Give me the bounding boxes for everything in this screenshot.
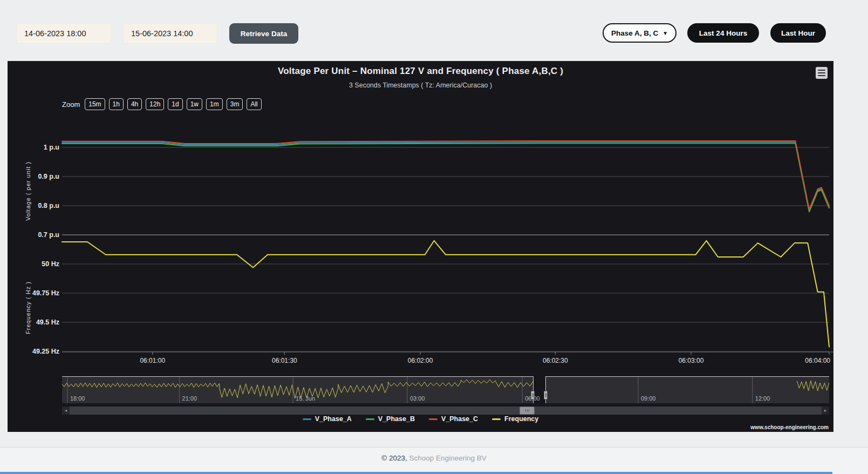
legend-item-Frequency[interactable]: Frequency (492, 415, 538, 423)
navigator-left-handle[interactable] (531, 391, 535, 399)
footer: © 2023, Schoop Engineering BV (0, 447, 868, 474)
legend-label: V_Phase_B (378, 415, 415, 423)
chart-card: Voltage Per Unit – Nominal 127 V and Fre… (8, 61, 833, 432)
phase-select-dropdown[interactable]: Phase A, B, C ▼ (603, 23, 676, 43)
scrollbar-left-arrow-icon[interactable]: ◂ (62, 407, 70, 415)
last-hour-button[interactable]: Last Hour (770, 23, 826, 43)
navigator-mask-right[interactable] (546, 376, 829, 403)
x-axis-label: 06:01:30 (272, 357, 297, 364)
legend-label: V_Phase_A (315, 415, 352, 423)
y-axis-label: 49.25 Hz (32, 348, 59, 355)
legend-label: Frequency (504, 415, 538, 423)
y-axis-label: 49.5 Hz (36, 319, 59, 326)
y-axis-label: 1 p.u (44, 144, 59, 151)
legend-swatch-Frequency (492, 418, 501, 420)
footer-company-link[interactable]: Schoop Engineering BV (409, 454, 486, 462)
legend-item-V_Phase_C[interactable]: V_Phase_C (429, 415, 478, 423)
legend-label: V_Phase_C (441, 415, 478, 423)
legend-swatch-V_Phase_B (366, 418, 374, 420)
footer-copyright: © 2023, (381, 454, 407, 462)
navigator-mask-left[interactable] (62, 376, 533, 403)
legend-item-V_Phase_B[interactable]: V_Phase_B (366, 415, 415, 423)
x-axis-label: 06:02:30 (543, 357, 568, 364)
toolbar: Retrieve Data Phase A, B, C ▼ Last 24 Ho… (0, 23, 868, 44)
x-axis-label: 06:03:00 (679, 357, 704, 364)
legend-swatch-V_Phase_A (303, 418, 311, 420)
y-axis-label: 0.7 p.u (38, 231, 59, 239)
chevron-down-icon: ▼ (662, 30, 668, 36)
navigator-right-handle[interactable] (544, 391, 548, 399)
y-axis-label: 50 Hz (42, 260, 59, 268)
main-plot-area[interactable]: 1 p.u0.9 p.u0.8 p.u0.7 p.u50 Hz49.75 Hz4… (8, 61, 833, 374)
y-axis-label: 0.9 p.u (38, 173, 59, 180)
last-24-hours-button[interactable]: Last 24 Hours (687, 23, 759, 43)
x-axis-label: 06:01:00 (140, 357, 165, 364)
retrieve-data-button[interactable]: Retrieve Data (229, 23, 298, 44)
legend-swatch-V_Phase_C (429, 418, 438, 420)
y-axis-label: 0.8 p.u (38, 202, 59, 209)
scrollbar-thumb[interactable] (520, 407, 535, 415)
series-line-V_Phase_C[interactable] (62, 141, 829, 209)
navigator[interactable]: 18:0021:0015. Jun03:0006:0009:0012:00 (62, 376, 829, 403)
navigator-scrollbar: ◂ ▸ (62, 407, 829, 415)
legend-item-V_Phase_A[interactable]: V_Phase_A (303, 415, 352, 423)
x-axis-label: 06:04:00 (805, 357, 830, 364)
scrollbar-track[interactable] (70, 407, 822, 415)
y-axis-label: 49.75 Hz (32, 289, 59, 297)
credits-link[interactable]: www.schoop-engineering.com (750, 424, 829, 430)
bottom-accent-bar (0, 472, 832, 474)
series-line-V_Phase_B[interactable] (62, 143, 829, 212)
page: Retrieve Data Phase A, B, C ▼ Last 24 Ho… (0, 0, 868, 474)
phase-select-value: Phase A, B, C (611, 29, 658, 37)
scrollbar-right-arrow-icon[interactable]: ▸ (822, 407, 829, 415)
date-to-input[interactable] (123, 23, 217, 44)
date-from-input[interactable] (16, 23, 111, 44)
legend: V_Phase_AV_Phase_BV_Phase_CFrequency (8, 415, 833, 423)
series-line-Frequency[interactable] (62, 241, 829, 347)
x-axis-label: 06:02:00 (408, 357, 433, 364)
